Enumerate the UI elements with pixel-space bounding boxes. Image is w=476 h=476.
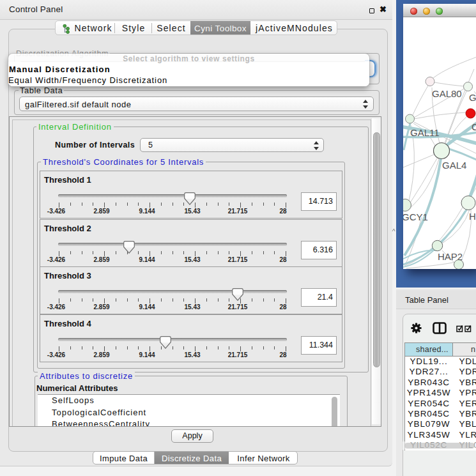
svg-text:GCY1: GCY1 [403,211,428,222]
svg-text:GAL80: GAL80 [432,88,462,99]
svg-text:HAP2: HAP2 [438,251,463,262]
svg-text:GAL4: GAL4 [442,160,466,171]
svg-text:GA: GA [469,92,476,103]
svg-text:C: C [472,121,476,132]
svg-text:H: H [469,211,476,222]
svg-text:GAL11: GAL11 [410,127,440,138]
